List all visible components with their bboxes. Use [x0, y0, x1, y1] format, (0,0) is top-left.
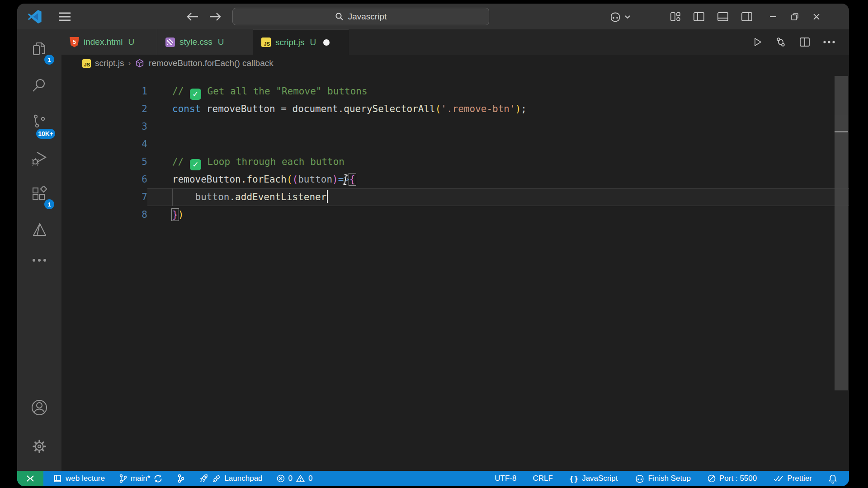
run-file-button[interactable] [752, 37, 763, 47]
green-checkmark-icon: ✓ [190, 89, 201, 100]
minimize-icon[interactable] [769, 12, 778, 21]
code-line[interactable]: 7 button.addEventListener [61, 188, 849, 206]
line-number[interactable]: 8 [61, 206, 147, 224]
eol-indicator[interactable]: CRLF [533, 474, 552, 483]
menu-icon[interactable] [58, 11, 71, 22]
line-number[interactable]: 3 [61, 118, 147, 136]
extensions-icon [31, 186, 47, 202]
git-status: U [218, 37, 224, 47]
line-number[interactable]: 1 [61, 83, 147, 100]
search-view-icon [31, 77, 47, 94]
code-token: = [281, 103, 292, 114]
tab-style-css[interactable]: style.css U [157, 29, 253, 55]
code-line[interactable]: 1// ✓ Get all the "Remove" buttons [61, 83, 849, 100]
toggle-primary-sidebar-icon[interactable] [693, 11, 705, 23]
line-number[interactable]: 7 [61, 188, 147, 206]
tab-label: index.html [84, 37, 123, 47]
code-line[interactable]: 3 [61, 118, 849, 136]
green-checkmark-icon: ✓ [190, 159, 201, 170]
vscode-window: Javascript [17, 4, 849, 486]
braces-icon: {} [569, 474, 579, 483]
line-text [147, 136, 849, 153]
plug-icon [212, 474, 221, 483]
sidebar-item-explorer[interactable]: 1 [17, 41, 61, 77]
rocket-icon [199, 474, 209, 483]
copilot-menu[interactable] [609, 11, 631, 22]
code-token [172, 192, 195, 202]
sidebar-item-source-control[interactable]: 10K+ [17, 113, 61, 150]
additional-views-button[interactable] [17, 258, 61, 285]
sidebar-item-extensions[interactable]: 1 [17, 186, 61, 222]
settings-gear-icon[interactable] [30, 437, 48, 455]
sidebar-item-search[interactable] [17, 77, 61, 113]
copilot-status-label: Finish Setup [648, 474, 691, 483]
code-line[interactable]: 5// ✓ Loop through each button [61, 153, 849, 171]
unsaved-dot[interactable] [323, 39, 330, 46]
code-token: ( [435, 103, 441, 114]
line-text: // ✓ Loop through each button [147, 153, 849, 171]
code-editor[interactable]: 1// ✓ Get all the "Remove" buttons2const… [61, 72, 849, 471]
remote-indicator[interactable] [17, 471, 43, 486]
editor-scrollbar[interactable] [835, 76, 848, 390]
line-number[interactable]: 4 [61, 136, 147, 153]
code-line[interactable]: 6removeButton.forEach((button)=>{ [61, 171, 849, 188]
launchpad-button[interactable]: Launchpad [199, 474, 262, 483]
git-branch-indicator[interactable]: main* [118, 474, 163, 483]
toggle-secondary-sidebar-icon[interactable] [741, 11, 753, 23]
copilot-status[interactable]: Finish Setup [634, 474, 691, 483]
symbol-cube-icon [135, 58, 145, 68]
formatter-label: Prettier [787, 474, 812, 483]
code-line[interactable]: 4 [61, 136, 849, 153]
port-label: Port : 5500 [719, 474, 757, 483]
search-label: Javascript [348, 12, 387, 22]
book-icon [53, 474, 62, 483]
workspace-indicator[interactable]: web lecture [53, 474, 105, 483]
js-file-icon: JS [82, 59, 91, 68]
account-icon[interactable] [30, 399, 48, 417]
double-check-icon [773, 474, 784, 483]
prism-icon [31, 222, 47, 238]
open-changes-button[interactable] [775, 36, 787, 48]
code-line[interactable]: 2const removeButton = document.querySele… [61, 100, 849, 118]
search-icon [335, 12, 344, 21]
code-token: button [298, 174, 332, 185]
code-token: ( [292, 174, 298, 185]
explorer-icon [31, 41, 47, 58]
language-indicator[interactable]: {} JavaScript [569, 474, 618, 483]
html-file-icon: 5 [70, 37, 79, 47]
line-number[interactable]: 5 [61, 153, 147, 171]
more-actions-button[interactable] [823, 40, 835, 44]
close-icon[interactable] [812, 12, 821, 21]
tab-script-js[interactable]: JS script.js U [253, 29, 349, 55]
back-arrow-icon[interactable] [186, 11, 199, 22]
encoding-indicator[interactable]: UTF-8 [495, 474, 516, 483]
code-token: button [195, 192, 230, 202]
title-bar: Javascript [17, 4, 849, 29]
breadcrumb-file[interactable]: script.js [95, 58, 124, 68]
indent-guide [172, 188, 173, 206]
code-line[interactable]: 8}) [61, 206, 849, 224]
sidebar-item-run-debug[interactable] [17, 150, 61, 186]
restore-icon[interactable] [790, 12, 799, 21]
explorer-badge: 1 [44, 55, 54, 65]
problems-indicator[interactable]: 0 0 [276, 474, 313, 483]
split-editor-button[interactable] [799, 36, 811, 48]
breadcrumb-symbol[interactable]: removeButton.forEach() callback [149, 58, 274, 68]
status-bar: web lecture main* Launchpad 0 0 [17, 471, 849, 486]
line-number[interactable]: 2 [61, 100, 147, 118]
copilot-status-icon [634, 474, 645, 483]
forward-arrow-icon[interactable] [209, 11, 222, 22]
line-number[interactable]: 6 [61, 171, 147, 188]
notifications-bell-icon[interactable] [828, 474, 837, 483]
sidebar-item-prism[interactable] [17, 222, 61, 258]
tab-index-html[interactable]: 5 index.html U [61, 29, 157, 55]
formatter-indicator[interactable]: Prettier [773, 474, 812, 483]
code-token: ) [332, 174, 338, 185]
code-token: Loop through each button [202, 156, 344, 167]
toggle-panel-icon[interactable] [717, 11, 729, 23]
text-cursor [327, 190, 328, 203]
customize-layout-icon[interactable] [670, 11, 681, 23]
search-command-center[interactable]: Javascript [232, 8, 489, 25]
port-indicator[interactable]: Port : 5500 [707, 474, 757, 483]
source-control-graph-button[interactable] [176, 474, 185, 483]
